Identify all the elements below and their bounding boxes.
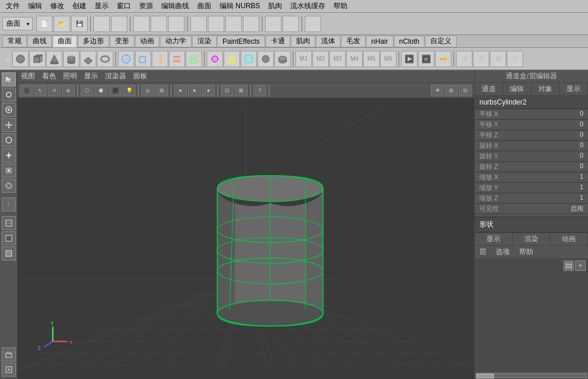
layer-tab-help[interactable]: 帮助 [514,246,538,258]
panel-tab-display[interactable]: 显示 [560,83,589,95]
tool-universal[interactable] [2,164,16,178]
tab-deform[interactable]: 变形 [110,36,134,47]
vp-display2-icon[interactable]: ● [188,85,201,96]
vp-grid-icon[interactable]: # [48,85,61,96]
menu-pipeline[interactable]: 流水线缓存 [287,0,329,12]
menu-file[interactable]: 文件 [2,0,23,12]
shelf-cylinder-icon[interactable] [63,51,79,67]
tool-grid3[interactable] [2,246,16,260]
vp-display3-icon[interactable]: ● [202,85,215,96]
shelf-nurbs-sphere-icon[interactable] [118,51,134,67]
tool-show-manip[interactable]: ↕ [2,197,16,211]
toolbar-undo-icon[interactable]: ⟵ [93,16,110,32]
toolbar-snap-grid-icon[interactable]: # [190,16,207,32]
vp-lights-icon[interactable]: 💡 [123,85,135,96]
shelf-revolve-icon[interactable] [152,51,168,67]
shelf-mat1-icon[interactable]: M1 [295,51,312,67]
shelf-render2-icon[interactable]: R [418,51,434,67]
panel-icon-layers[interactable] [563,260,574,271]
panel-tab-edit[interactable]: 编辑 [503,83,532,95]
tool-soft[interactable] [2,179,16,193]
attr-value-sx[interactable]: 1 [580,173,583,182]
vp-shaded-icon[interactable]: ⬟ [95,85,107,96]
shelf-tool5-icon[interactable] [274,51,291,67]
tab-hair[interactable]: 毛发 [341,36,366,47]
vp-manip-icon[interactable]: ⊠ [235,85,248,96]
menu-edit-curves[interactable]: 编辑曲线 [158,0,193,12]
toolbar-settings-icon[interactable]: ⚙ [305,16,321,32]
shelf-plane-icon[interactable] [80,51,96,67]
vp-hud-icon[interactable]: ⊡ [221,85,234,96]
menu-edit[interactable]: 编辑 [25,0,46,12]
tab-toon[interactable]: 卡通 [266,36,290,47]
shelf-render1-icon[interactable] [401,51,417,67]
layer-tab-layers[interactable]: 层 [475,246,491,258]
viewport-menu-show[interactable]: 显示 [84,71,98,81]
shelf-loft-icon[interactable] [169,51,185,67]
toolbar-snap-point-icon[interactable]: ⊕ [225,16,242,32]
menu-assets[interactable]: 资源 [135,0,156,12]
attr-value-tz[interactable]: 0 [580,131,583,140]
viewport-menu-panels[interactable]: 面板 [133,71,147,81]
attr-value-rx[interactable]: 0 [580,141,583,150]
tab-ncloth[interactable]: nCloth [394,36,425,47]
menu-muscle[interactable]: 肌肉 [265,0,286,12]
shelf-left-arrow[interactable]: ◀ [2,51,12,67]
vp-stereo2-icon[interactable]: ⊞ [445,85,458,96]
tab-fluid[interactable]: 流体 [316,36,340,47]
tool-lasso[interactable] [2,88,16,102]
scrollbar-thumb[interactable] [476,374,494,378]
panel-icon-add[interactable]: + [575,260,586,271]
shelf-misc1-icon[interactable]: ⊞ [456,51,472,67]
toolbar-snap-surface-icon[interactable]: ⬙ [243,16,259,32]
tool-scale[interactable] [2,148,16,162]
vp-wireframe-icon[interactable]: ⬡ [81,85,93,96]
shelf-mat4-icon[interactable]: M4 [346,51,363,67]
vp-xray-icon[interactable]: T [253,85,266,96]
tool-bottom1[interactable] [2,347,16,361]
viewport-menu-renderer[interactable]: 渲染器 [105,71,126,81]
attr-value-tx[interactable]: 0 [580,110,583,119]
attr-value-rz[interactable]: 0 [580,162,583,171]
shelf-cube-icon[interactable] [29,51,46,67]
panel-tab-object[interactable]: 对象 [531,83,560,95]
bottom-tab-animate[interactable]: 动画 [550,233,588,245]
shelf-misc2-icon[interactable]: ⊟ [473,51,489,67]
menu-create[interactable]: 创建 [69,0,90,12]
tab-muscle[interactable]: 肌肉 [291,36,315,47]
menu-modify[interactable]: 修改 [47,0,68,12]
tool-paint[interactable] [2,103,16,117]
tab-general[interactable]: 常规 [2,36,27,47]
toolbar-open-icon[interactable]: 📂 [54,16,70,32]
bottom-tab-display[interactable]: 显示 [475,233,513,245]
shelf-extrude-icon[interactable] [186,51,202,67]
shelf-torus-icon[interactable] [97,51,113,67]
shelf-tool2-icon[interactable] [224,51,240,67]
shelf-cone-icon[interactable] [46,51,62,67]
panel-scrollbar[interactable] [475,371,588,379]
menu-help[interactable]: 帮助 [330,0,351,12]
tab-dynamics[interactable]: 动力学 [160,36,192,47]
shelf-mat3-icon[interactable]: M3 [329,51,346,67]
tool-grid2[interactable] [2,231,16,245]
tool-rotate[interactable] [2,133,16,147]
bottom-tab-render[interactable]: 渲染 [513,233,551,245]
tab-render[interactable]: 渲染 [192,36,217,47]
shelf-mat6-icon[interactable]: M6 [380,51,396,67]
vp-stereo-icon[interactable]: 👁 [431,85,444,96]
panel-tab-channel[interactable]: 通道 [475,83,503,95]
menu-window[interactable]: 窗口 [113,0,134,12]
tab-custom[interactable]: 自定义 [425,36,457,47]
shelf-tool1-icon[interactable] [207,51,223,67]
toolbar-redo-icon[interactable]: ⟶ [111,16,127,32]
vp-camera-icon[interactable]: 🎥 [20,85,33,96]
viewport-menu-view[interactable]: 视图 [21,71,35,81]
tab-polygons[interactable]: 多边形 [78,36,109,47]
toolbar-lasso-icon[interactable]: ⬡ [151,16,167,32]
layer-tab-options[interactable]: 选项 [491,246,514,258]
tab-animate[interactable]: 动画 [135,36,159,47]
workspace-dropdown[interactable]: 曲面 ▼ [2,17,33,30]
viewport-menu-lighting[interactable]: 照明 [63,71,77,81]
toolbar-snap-curve-icon[interactable]: ∿ [208,16,224,32]
tab-curves[interactable]: 曲线 [27,36,52,47]
